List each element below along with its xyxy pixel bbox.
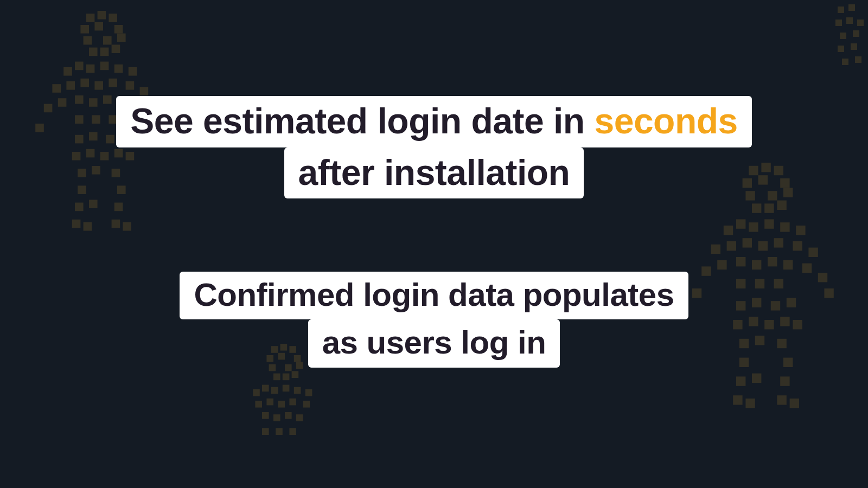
svg-rect-128 (283, 374, 290, 381)
svg-rect-22 (108, 79, 117, 87)
svg-rect-129 (292, 371, 299, 378)
svg-rect-150 (835, 20, 842, 26)
svg-rect-144 (296, 414, 303, 421)
svg-rect-153 (840, 33, 846, 39)
svg-rect-117 (790, 399, 799, 408)
svg-rect-146 (276, 428, 283, 435)
headline-row-2: after installation (284, 147, 584, 199)
svg-rect-8 (117, 34, 126, 42)
svg-rect-24 (140, 87, 149, 95)
svg-rect-23 (126, 81, 135, 90)
svg-rect-11 (112, 44, 120, 53)
svg-rect-139 (289, 399, 296, 406)
svg-rect-10 (100, 48, 109, 56)
svg-rect-127 (273, 374, 280, 381)
svg-rect-115 (745, 399, 755, 408)
svg-rect-4 (94, 22, 103, 31)
svg-rect-116 (777, 395, 786, 404)
svg-rect-13 (75, 62, 84, 70)
svg-rect-20 (80, 79, 89, 87)
svg-rect-9 (89, 48, 98, 56)
svg-rect-149 (848, 4, 855, 11)
svg-rect-17 (129, 67, 137, 76)
svg-rect-154 (853, 30, 859, 37)
svg-rect-148 (838, 7, 844, 13)
svg-rect-113 (780, 376, 789, 386)
svg-rect-156 (851, 43, 857, 50)
slide-content: See estimated login date in seconds afte… (0, 96, 868, 368)
headline-accent: seconds (594, 101, 737, 141)
svg-rect-3 (80, 25, 89, 34)
svg-rect-140 (303, 401, 310, 408)
svg-rect-158 (855, 56, 861, 63)
svg-rect-137 (266, 399, 273, 406)
svg-rect-6 (84, 36, 92, 45)
svg-rect-21 (94, 81, 103, 90)
svg-rect-2 (108, 14, 117, 22)
svg-rect-16 (114, 65, 123, 73)
svg-rect-155 (838, 46, 844, 52)
svg-rect-130 (253, 389, 260, 396)
headline-part1: See estimated login date in (130, 101, 594, 141)
svg-rect-12 (63, 67, 72, 76)
svg-rect-114 (733, 395, 742, 404)
svg-rect-5 (114, 25, 123, 34)
headline-row-1: See estimated login date in seconds (116, 96, 752, 147)
svg-rect-147 (289, 428, 296, 435)
svg-rect-134 (294, 387, 301, 394)
svg-rect-157 (842, 59, 848, 65)
svg-rect-7 (103, 36, 112, 45)
svg-rect-132 (271, 387, 278, 394)
svg-rect-136 (255, 401, 262, 408)
svg-rect-18 (52, 84, 61, 93)
svg-rect-152 (857, 20, 864, 26)
subheadline: Confirmed login data populates as users … (180, 272, 688, 368)
svg-rect-131 (262, 385, 269, 392)
svg-rect-111 (736, 376, 745, 386)
svg-rect-14 (86, 65, 95, 73)
svg-rect-142 (273, 414, 280, 421)
subheadline-row-1: Confirmed login data populates (180, 272, 688, 319)
svg-rect-138 (278, 401, 285, 408)
svg-rect-143 (285, 412, 292, 419)
svg-rect-0 (86, 14, 95, 22)
svg-rect-15 (100, 62, 109, 70)
svg-rect-1 (98, 11, 106, 20)
svg-rect-19 (66, 81, 75, 90)
svg-rect-145 (262, 428, 269, 435)
svg-rect-151 (846, 17, 853, 24)
subheadline-row-2: as users log in (308, 319, 560, 367)
svg-rect-141 (262, 412, 269, 419)
pixel-figure-icon (835, 4, 868, 69)
svg-rect-112 (752, 374, 761, 383)
headline: See estimated login date in seconds afte… (116, 96, 752, 198)
svg-rect-133 (283, 385, 290, 392)
svg-rect-135 (305, 389, 312, 396)
